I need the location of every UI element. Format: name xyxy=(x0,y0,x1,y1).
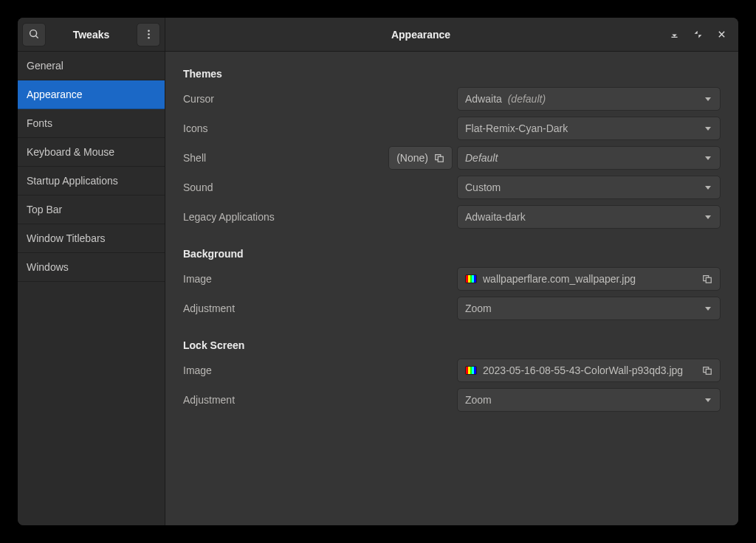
sidebar-item-label: Windows xyxy=(27,261,69,273)
row-label: Icons xyxy=(183,122,207,134)
svg-marker-3 xyxy=(672,35,677,37)
sidebar-item-windows[interactable]: Windows xyxy=(18,253,165,282)
row-lockscreen-image: Image 2023-05-16-08-55-43-ColorWall-p93q… xyxy=(183,359,721,382)
sidebar-item-label: General xyxy=(27,60,63,72)
close-button[interactable] xyxy=(716,30,726,40)
body: General Appearance Fonts Keyboard & Mous… xyxy=(18,52,738,525)
sidebar-item-top-bar[interactable]: Top Bar xyxy=(18,196,165,224)
row-label: Sound xyxy=(183,181,213,193)
dropdown-value: Flat-Remix-Cyan-Dark xyxy=(465,122,704,134)
chevron-down-icon xyxy=(704,94,712,103)
row-label: Image xyxy=(183,364,212,376)
lockscreen-image-button[interactable]: 2023-05-16-08-55-43-ColorWall-p93qd3.jpg xyxy=(457,359,721,382)
shell-none-label: (None) xyxy=(396,152,428,164)
header-bar: Tweaks Appearance xyxy=(18,18,738,52)
window: Tweaks Appearance General Ap xyxy=(18,18,738,525)
svg-point-2 xyxy=(148,37,150,39)
header-right: Appearance xyxy=(165,18,738,51)
sidebar-item-startup-applications[interactable]: Startup Applications xyxy=(18,167,165,196)
row-label: Cursor xyxy=(183,93,214,105)
svg-point-0 xyxy=(148,30,150,32)
row-label: Adjustment xyxy=(183,394,235,406)
svg-marker-7 xyxy=(705,127,711,131)
row-lockscreen-adjustment: Adjustment Zoom xyxy=(183,388,721,412)
row-label: Adjustment xyxy=(183,302,235,314)
maximize-icon xyxy=(693,30,703,39)
row-background-adjustment: Adjustment Zoom xyxy=(183,297,721,320)
page-title: Appearance xyxy=(173,29,669,41)
row-background-image: Image wallpaperflare.com_wallpaper.jpg xyxy=(183,267,721,291)
thumbnail-icon xyxy=(465,274,477,283)
sound-dropdown[interactable]: Custom xyxy=(457,176,721,199)
svg-point-1 xyxy=(148,33,150,35)
row-label: Shell xyxy=(183,152,206,164)
close-icon xyxy=(717,30,726,39)
row-legacy-applications: Legacy Applications Adwaita-dark xyxy=(183,205,721,229)
thumbnail-icon xyxy=(465,366,477,375)
icons-dropdown[interactable]: Flat-Remix-Cyan-Dark xyxy=(457,117,721,140)
shell-none-button[interactable]: (None) xyxy=(388,146,453,170)
content-area: Themes Cursor Adwaita (default) Icons xyxy=(165,52,738,525)
row-label: Image xyxy=(183,273,212,285)
header-left: Tweaks xyxy=(18,18,165,51)
cursor-dropdown[interactable]: Adwaita (default) xyxy=(457,87,721,111)
chevron-down-icon xyxy=(704,395,712,404)
sidebar-item-general[interactable]: General xyxy=(18,52,165,80)
sidebar-item-fonts[interactable]: Fonts xyxy=(18,109,165,138)
row-shell: Shell (None) Default xyxy=(183,146,721,170)
minimize-button[interactable] xyxy=(669,30,679,40)
svg-rect-14 xyxy=(706,277,711,283)
app-title: Tweaks xyxy=(49,29,134,41)
row-icons: Icons Flat-Remix-Cyan-Dark xyxy=(183,117,721,140)
sidebar-item-keyboard-mouse[interactable]: Keyboard & Mouse xyxy=(18,138,165,167)
chevron-down-icon xyxy=(704,304,712,313)
search-icon xyxy=(29,29,40,40)
svg-rect-17 xyxy=(706,369,711,374)
section-title-lock-screen: Lock Screen xyxy=(183,339,721,351)
open-icon xyxy=(702,365,712,376)
svg-marker-12 xyxy=(705,215,711,219)
chevron-down-icon xyxy=(704,212,712,221)
chevron-down-icon xyxy=(704,153,712,162)
sidebar-item-label: Keyboard & Mouse xyxy=(27,146,114,158)
sidebar-item-label: Startup Applications xyxy=(27,175,118,187)
sidebar-item-label: Window Titlebars xyxy=(27,232,106,244)
menu-button[interactable] xyxy=(137,23,160,46)
dropdown-value: Adwaita xyxy=(465,93,502,105)
row-cursor: Cursor Adwaita (default) xyxy=(183,87,721,111)
sidebar-item-window-titlebars[interactable]: Window Titlebars xyxy=(18,224,165,253)
dropdown-value: Default xyxy=(465,152,704,164)
sidebar-item-label: Appearance xyxy=(27,89,83,100)
maximize-button[interactable] xyxy=(693,30,703,40)
sidebar-item-label: Fonts xyxy=(27,117,52,129)
open-icon xyxy=(434,153,444,163)
sidebar-item-label: Top Bar xyxy=(27,204,62,215)
svg-marker-10 xyxy=(705,156,711,160)
background-adjustment-dropdown[interactable]: Zoom xyxy=(457,297,721,320)
open-icon xyxy=(702,274,712,284)
svg-marker-4 xyxy=(694,31,697,34)
shell-dropdown[interactable]: Default xyxy=(457,146,721,170)
background-image-button[interactable]: wallpaperflare.com_wallpaper.jpg xyxy=(457,267,721,291)
legacy-applications-dropdown[interactable]: Adwaita-dark xyxy=(457,205,721,229)
dropdown-value: Zoom xyxy=(465,302,704,314)
svg-marker-15 xyxy=(705,307,711,311)
search-button[interactable] xyxy=(22,23,46,46)
dropdown-value: Custom xyxy=(465,181,704,193)
sidebar: General Appearance Fonts Keyboard & Mous… xyxy=(18,52,165,525)
dropdown-default-suffix: (default) xyxy=(508,93,546,105)
dropdown-value: Adwaita-dark xyxy=(465,211,704,223)
file-name: wallpaperflare.com_wallpaper.jpg xyxy=(483,273,696,285)
svg-rect-9 xyxy=(438,156,443,162)
chevron-down-icon xyxy=(704,124,712,133)
dropdown-value: Zoom xyxy=(465,394,704,406)
row-sound: Sound Custom xyxy=(183,176,721,199)
sidebar-item-appearance[interactable]: Appearance xyxy=(18,80,165,109)
minimize-icon xyxy=(670,30,679,39)
window-controls xyxy=(669,30,731,40)
lockscreen-adjustment-dropdown[interactable]: Zoom xyxy=(457,388,721,412)
svg-marker-6 xyxy=(705,97,711,101)
chevron-down-icon xyxy=(704,183,712,192)
kebab-menu-icon xyxy=(143,29,154,40)
section-title-background: Background xyxy=(183,248,721,260)
